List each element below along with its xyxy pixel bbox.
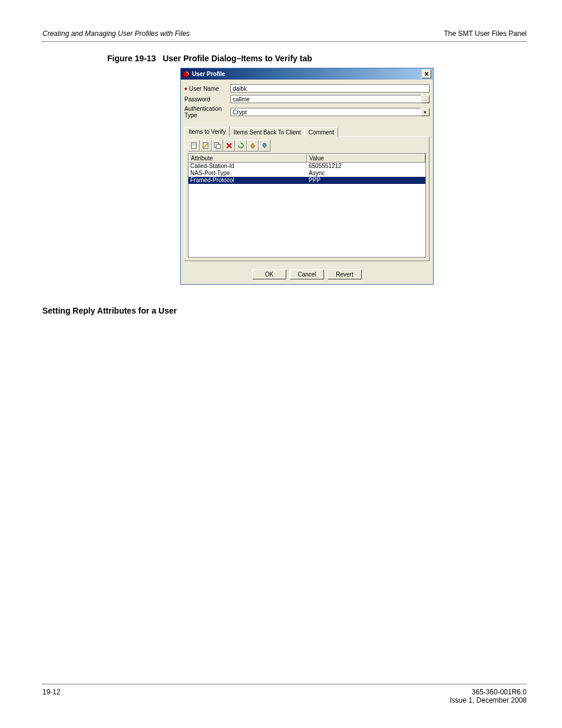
figure-label: Figure 19-13 (107, 54, 156, 63)
grid-toolbar (188, 140, 426, 151)
svg-rect-3 (192, 144, 196, 144)
grid-header-attribute[interactable]: Attribute (189, 154, 307, 163)
username-input[interactable] (230, 84, 429, 93)
header-rule (42, 41, 527, 42)
password-label: Password (184, 96, 230, 103)
svg-marker-13 (262, 143, 267, 148)
refresh-icon[interactable] (235, 140, 247, 151)
new-icon[interactable] (188, 140, 200, 151)
copy-icon[interactable] (211, 140, 223, 151)
figure-caption: Figure 19-13 User Profile Dialog–Items t… (107, 54, 527, 63)
tab-comment[interactable]: Comment (305, 127, 338, 137)
figure-title: User Profile Dialog–Items to Verify tab (163, 54, 312, 63)
section-heading: Setting Reply Attributes for a User (42, 306, 527, 315)
edit-icon[interactable] (200, 140, 211, 151)
grid-header-value[interactable]: Value (307, 154, 425, 163)
app-icon (183, 71, 190, 78)
dialog-titlebar[interactable]: User Profile ✕ (181, 68, 433, 80)
user-profile-dialog: User Profile ✕ User Name Password … (180, 68, 434, 285)
table-row[interactable]: Called-Station-Id 6505551212 (189, 163, 425, 170)
svg-rect-8 (216, 144, 220, 149)
down-icon[interactable] (259, 140, 270, 151)
dialog-title: User Profile (192, 71, 225, 77)
up-icon[interactable] (247, 140, 259, 151)
delete-icon[interactable] (223, 140, 235, 151)
authtype-input[interactable] (230, 108, 421, 116)
table-row[interactable]: Framed-Protocol PPP (189, 177, 425, 184)
tab-items-sent-back[interactable]: Items Sent Back To Client (229, 127, 305, 137)
tab-items-to-verify[interactable]: Items to Verify (184, 127, 230, 137)
attributes-grid[interactable]: Attribute Value Called-Station-Id 650555… (188, 153, 426, 258)
svg-marker-11 (241, 142, 242, 144)
revert-button[interactable]: Revert (328, 269, 362, 279)
authtype-label: Authentication Type (184, 106, 230, 118)
ok-button[interactable]: OK (252, 269, 286, 279)
svg-marker-12 (250, 143, 255, 148)
svg-marker-1 (184, 87, 187, 90)
footer-rule (42, 684, 527, 684)
header-left: Creating and Managing User Profiles with… (42, 29, 190, 38)
doc-issue: Issue 1, December 2008 (449, 696, 527, 704)
doc-number: 365-360-001R6.0 (449, 688, 527, 696)
page-number: 19-12 (42, 688, 61, 704)
password-input[interactable] (230, 95, 421, 103)
table-row[interactable]: NAS-Port-Type Async (189, 170, 425, 177)
close-button[interactable]: ✕ (422, 70, 431, 78)
tab-panel: Attribute Value Called-Station-Id 650555… (184, 136, 429, 261)
header-right: The SMT User Files Panel (444, 29, 527, 38)
username-label: User Name (184, 85, 230, 92)
authtype-dropdown-button[interactable]: ▼ (421, 108, 429, 116)
cancel-button[interactable]: Cancel (290, 269, 324, 279)
svg-rect-4 (192, 145, 196, 146)
password-browse-button[interactable]: … (421, 95, 429, 103)
required-icon (184, 87, 187, 90)
